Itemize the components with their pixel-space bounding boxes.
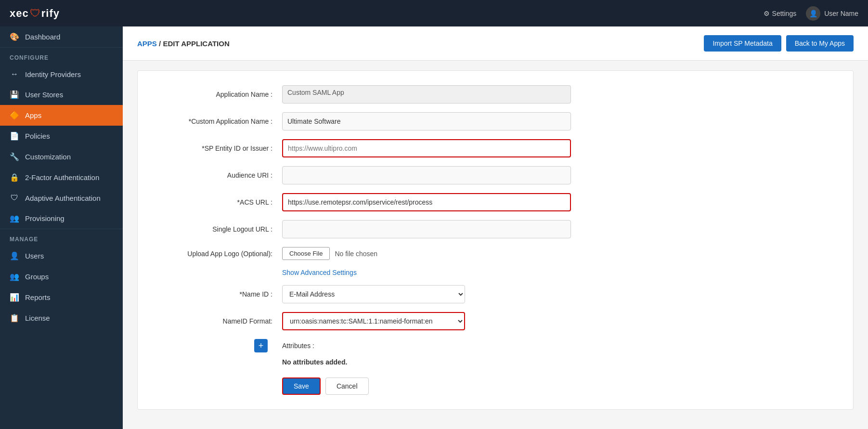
- attributes-row: + Attributes :: [157, 339, 834, 352]
- customization-icon: 🔧: [10, 152, 19, 161]
- sidebar-item-label: Adaptive Authentication: [25, 194, 101, 202]
- header-buttons: Import SP Metadata Back to My Apps: [704, 35, 854, 52]
- license-icon: 📋: [10, 313, 19, 323]
- choose-file-button[interactable]: Choose File: [282, 247, 330, 260]
- settings-label: Settings: [772, 10, 797, 17]
- show-advanced-settings-link[interactable]: Show Advanced Settings: [282, 269, 834, 276]
- configure-section: Configure: [0, 47, 123, 64]
- application-name-value: Custom SAML App: [282, 85, 571, 104]
- custom-app-name-label: *Custom Application Name :: [157, 117, 282, 125]
- audience-uri-row: Audience URI :: [157, 166, 834, 184]
- application-name-row: Application Name : Custom SAML App: [157, 85, 834, 104]
- no-attributes-text: No attributes added.: [282, 358, 834, 366]
- name-id-label: *Name ID :: [157, 290, 282, 298]
- sidebar-item-label: Apps: [25, 111, 41, 119]
- logo-icon: 🛡: [30, 7, 40, 20]
- sidebar-item-reports[interactable]: 📊 Reports: [0, 287, 123, 308]
- name-id-row: *Name ID : E-Mail Address Username User …: [157, 285, 834, 303]
- logo-text: xec: [10, 7, 29, 20]
- sidebar-item-identity-providers[interactable]: ↔ Identity Providers: [0, 64, 123, 84]
- breadcrumb-separator: /: [157, 39, 163, 48]
- cancel-button[interactable]: Cancel: [325, 377, 369, 395]
- name-id-select[interactable]: E-Mail Address Username User ID: [282, 285, 465, 303]
- form-actions: Save Cancel: [282, 377, 834, 395]
- sidebar-item-label: Identity Providers: [25, 70, 81, 78]
- sidebar-item-adaptive-auth[interactable]: 🛡 Adaptive Authentication: [0, 188, 123, 208]
- single-logout-url-label: Single Logout URL :: [157, 225, 282, 233]
- single-logout-url-input[interactable]: [282, 220, 571, 238]
- sp-entity-id-row: *SP Entity ID or Issuer :: [157, 139, 834, 157]
- sidebar-item-label: User Stores: [25, 91, 63, 99]
- sidebar-item-label: 2-Factor Authentication: [25, 173, 99, 182]
- custom-app-name-input[interactable]: [282, 112, 571, 130]
- breadcrumb: APPS / EDIT APPLICATION: [137, 39, 230, 48]
- breadcrumb-page: EDIT APPLICATION: [163, 39, 229, 48]
- sidebar-item-dashboard[interactable]: 🎨 Dashboard: [0, 26, 123, 47]
- sidebar-item-customization[interactable]: 🔧 Customization: [0, 146, 123, 167]
- content-area: APPS / EDIT APPLICATION Import SP Metada…: [123, 26, 868, 429]
- identity-providers-icon: ↔: [10, 70, 19, 78]
- main-layout: 🎨 Dashboard Configure ↔ Identity Provide…: [0, 26, 868, 429]
- policies-icon: 📄: [10, 131, 19, 141]
- upload-logo-row: Upload App Logo (Optional): Choose File …: [157, 247, 834, 260]
- nameid-format-select[interactable]: urn:oasis:names:tc:SAML:1.1:nameid-forma…: [282, 312, 465, 330]
- sp-entity-id-label: *SP Entity ID or Issuer :: [157, 144, 282, 152]
- sidebar-item-label: Dashboard: [25, 33, 60, 41]
- settings-link[interactable]: ⚙ Settings: [764, 10, 797, 17]
- logo-suffix: rify: [41, 7, 60, 20]
- nameid-format-row: NameID Format: urn:oasis:names:tc:SAML:1…: [157, 312, 834, 330]
- sidebar: 🎨 Dashboard Configure ↔ Identity Provide…: [0, 26, 123, 429]
- application-name-label: Application Name :: [157, 91, 282, 98]
- sidebar-item-users[interactable]: 👤 Users: [0, 246, 123, 266]
- content-header: APPS / EDIT APPLICATION Import SP Metada…: [123, 26, 868, 61]
- dashboard-icon: 🎨: [10, 32, 19, 41]
- sidebar-item-user-stores[interactable]: 💾 User Stores: [0, 84, 123, 105]
- breadcrumb-apps[interactable]: APPS: [137, 39, 157, 48]
- audience-uri-input[interactable]: [282, 166, 571, 184]
- sidebar-item-label: Provisioning: [25, 214, 65, 222]
- sidebar-item-label: Customization: [25, 153, 71, 161]
- app-header: xec 🛡 rify ⚙ Settings 👤 User Name: [0, 0, 868, 26]
- acs-url-label: *ACS URL :: [157, 198, 282, 206]
- sidebar-item-provisioning[interactable]: 👥 Provisioning: [0, 208, 123, 229]
- sidebar-item-label: License: [25, 314, 50, 322]
- custom-app-name-row: *Custom Application Name :: [157, 112, 834, 130]
- sidebar-item-2fa[interactable]: 🔒 2-Factor Authentication: [0, 167, 123, 188]
- adaptive-auth-icon: 🛡: [10, 194, 19, 202]
- acs-url-input[interactable]: [282, 193, 571, 211]
- manage-section: Manage: [0, 229, 123, 246]
- avatar: 👤: [806, 6, 820, 21]
- upload-logo-label: Upload App Logo (Optional):: [157, 250, 282, 258]
- save-button[interactable]: Save: [282, 377, 321, 395]
- sidebar-item-label: Groups: [25, 273, 49, 281]
- add-attribute-button[interactable]: +: [254, 339, 268, 352]
- gear-icon: ⚙: [764, 10, 770, 17]
- import-sp-metadata-button[interactable]: Import SP Metadata: [704, 35, 781, 52]
- provisioning-icon: 👥: [10, 214, 19, 223]
- logo: xec 🛡 rify: [10, 7, 60, 20]
- user-name: User Name: [824, 10, 858, 17]
- single-logout-url-row: Single Logout URL :: [157, 220, 834, 238]
- sidebar-item-license[interactable]: 📋 License: [0, 308, 123, 328]
- audience-uri-label: Audience URI :: [157, 171, 282, 179]
- users-icon: 👤: [10, 251, 19, 260]
- edit-application-form: Application Name : Custom SAML App *Cust…: [137, 70, 854, 410]
- sidebar-item-groups[interactable]: 👥 Groups: [0, 266, 123, 287]
- apps-icon: 🔶: [10, 111, 19, 120]
- header-right: ⚙ Settings 👤 User Name: [764, 6, 858, 21]
- no-file-text: No file chosen: [335, 250, 377, 258]
- reports-icon: 📊: [10, 293, 19, 302]
- sidebar-item-policies[interactable]: 📄 Policies: [0, 126, 123, 146]
- sidebar-item-apps[interactable]: 🔶 Apps: [0, 105, 123, 126]
- 2fa-icon: 🔒: [10, 173, 19, 182]
- back-to-my-apps-button[interactable]: Back to My Apps: [786, 35, 854, 52]
- user-area: 👤 User Name: [806, 6, 858, 21]
- groups-icon: 👥: [10, 272, 19, 281]
- user-stores-icon: 💾: [10, 90, 19, 99]
- file-upload-area: Choose File No file chosen: [282, 247, 377, 260]
- attributes-label: Attributes :: [282, 342, 314, 350]
- nameid-format-label: NameID Format:: [157, 317, 282, 325]
- sidebar-item-label: Policies: [25, 132, 50, 140]
- sp-entity-id-input[interactable]: [282, 139, 571, 157]
- acs-url-row: *ACS URL :: [157, 193, 834, 211]
